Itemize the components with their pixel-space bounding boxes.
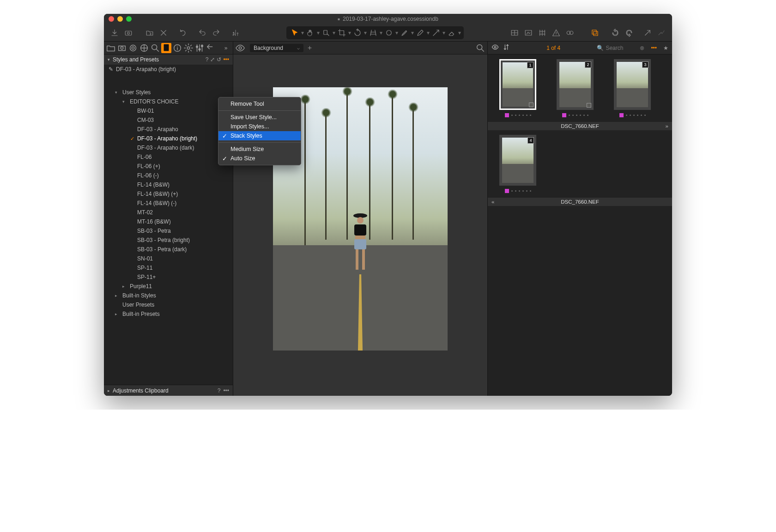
browser-visibility-icon[interactable] bbox=[491, 43, 499, 52]
visibility-icon[interactable] bbox=[235, 43, 245, 53]
search-input[interactable] bbox=[606, 45, 638, 51]
styles-presets-header[interactable]: ▾ Styles and Presets ? ⤢ ↺ ••• bbox=[104, 54, 233, 65]
variants-icon[interactable] bbox=[589, 27, 601, 39]
style-item[interactable]: BW-01 bbox=[104, 106, 233, 115]
rotate-icon[interactable] bbox=[352, 28, 363, 38]
style-item[interactable]: CM-03 bbox=[104, 115, 233, 125]
style-item[interactable]: ✓DF-03 - Arapaho (bright) bbox=[104, 134, 233, 143]
tab-styles-icon[interactable] bbox=[161, 43, 171, 53]
capture-icon[interactable] bbox=[122, 27, 134, 39]
purple11-group[interactable]: ▸ Purple11 bbox=[104, 282, 233, 291]
style-item[interactable]: DF-03 - Arapaho bbox=[104, 125, 233, 134]
spot-icon[interactable] bbox=[383, 28, 394, 38]
thumbnail-item[interactable]: 4 bbox=[492, 135, 543, 193]
style-item[interactable]: SB-03 - Petra bbox=[104, 226, 233, 236]
rotate-cw-icon[interactable] bbox=[623, 27, 635, 39]
exposure-warning-icon[interactable] bbox=[522, 27, 534, 39]
style-item[interactable]: SB-03 - Petra (bright) bbox=[104, 236, 233, 245]
tab-info-icon[interactable] bbox=[172, 43, 182, 53]
menu-import-styles[interactable]: Import Styles... bbox=[218, 122, 301, 131]
style-item[interactable]: FL-14 (B&W) (+) bbox=[104, 189, 233, 199]
tab-settings-icon[interactable] bbox=[183, 43, 194, 53]
style-item[interactable]: SP-11+ bbox=[104, 272, 233, 282]
export-arrow-icon[interactable] bbox=[642, 27, 654, 39]
builtin-styles-group[interactable]: ▸ Built-in Styles bbox=[104, 291, 233, 300]
menu-save-user-style[interactable]: Save User Style... bbox=[218, 113, 301, 122]
adjustments-clipboard-header[interactable]: ▸ Adjustments Clipboard ? ••• bbox=[104, 385, 233, 396]
mask-preview-icon[interactable] bbox=[564, 27, 576, 39]
style-item[interactable]: MT-02 bbox=[104, 208, 233, 217]
rotate-ccw-icon[interactable] bbox=[609, 27, 621, 39]
tab-output-icon[interactable] bbox=[206, 43, 216, 53]
expand-icon[interactable]: ⤢ bbox=[210, 56, 215, 63]
undo-icon[interactable] bbox=[196, 27, 208, 39]
sort-icon[interactable] bbox=[503, 43, 510, 52]
help-icon[interactable]: ? bbox=[218, 387, 221, 394]
thumbnail-item[interactable]: 2 bbox=[550, 59, 600, 117]
auto-adjust-icon[interactable]: A bbox=[230, 27, 242, 39]
style-item[interactable]: FL-06 bbox=[104, 152, 233, 162]
tab-library-icon[interactable] bbox=[106, 43, 116, 53]
crop-icon[interactable] bbox=[336, 28, 347, 38]
redo-icon[interactable] bbox=[210, 27, 222, 39]
window-controls bbox=[109, 16, 132, 22]
eyedropper-icon[interactable] bbox=[415, 28, 426, 38]
minimize-window-button[interactable] bbox=[117, 16, 123, 22]
menu-stack-styles[interactable]: ✓Stack Styles bbox=[218, 131, 301, 140]
tab-search-icon[interactable] bbox=[150, 43, 160, 53]
style-item[interactable]: FL-14 (B&W) (-) bbox=[104, 199, 233, 208]
clear-search-icon[interactable]: ⊗ bbox=[640, 45, 644, 51]
next-arrow-icon[interactable]: » bbox=[666, 123, 668, 129]
style-item[interactable]: DF-03 - Arapaho (dark) bbox=[104, 143, 233, 152]
grid-view-icon[interactable] bbox=[509, 27, 521, 39]
close-window-button[interactable] bbox=[109, 16, 114, 22]
builtin-presets-group[interactable]: ▸ Built-in Presets bbox=[104, 309, 233, 319]
keystone-icon[interactable] bbox=[368, 28, 379, 38]
style-item[interactable]: MT-16 (B&W) bbox=[104, 217, 233, 226]
menu-auto-size[interactable]: ✓Auto Size bbox=[218, 154, 301, 163]
gradient-icon[interactable] bbox=[430, 28, 442, 38]
grid-lines-icon[interactable] bbox=[536, 27, 548, 39]
background-select[interactable]: Background bbox=[250, 44, 303, 52]
more-options-icon[interactable]: ••• bbox=[223, 56, 229, 63]
delete-icon[interactable] bbox=[158, 27, 170, 39]
folder-arrow-icon[interactable] bbox=[144, 27, 156, 39]
loupe-icon[interactable] bbox=[321, 28, 332, 38]
prev-arrow-icon[interactable]: « bbox=[491, 199, 494, 205]
tab-color-icon[interactable] bbox=[139, 43, 149, 53]
style-item[interactable]: SB-03 - Petra (dark) bbox=[104, 245, 233, 254]
thumbnail-item[interactable]: 3 bbox=[607, 59, 658, 117]
add-icon[interactable]: ＋ bbox=[304, 43, 315, 53]
undo-large-icon[interactable] bbox=[177, 27, 189, 39]
tab-lens-icon[interactable] bbox=[128, 43, 138, 53]
import-icon[interactable] bbox=[109, 27, 121, 39]
hand-icon[interactable] bbox=[305, 28, 316, 38]
style-item[interactable]: FL-06 (+) bbox=[104, 162, 233, 171]
editors-choice-group[interactable]: ▾ EDITOR'S CHOICE bbox=[104, 97, 233, 106]
tab-adjustments-icon[interactable] bbox=[194, 43, 205, 53]
maximize-window-button[interactable] bbox=[126, 16, 132, 22]
tab-capture-icon[interactable] bbox=[117, 43, 127, 53]
style-item[interactable]: FL-06 (-) bbox=[104, 171, 233, 180]
user-styles-group[interactable]: ▾ User Styles bbox=[104, 88, 233, 97]
style-item[interactable]: FL-14 (B&W) bbox=[104, 180, 233, 189]
style-item[interactable]: SP-11 bbox=[104, 263, 233, 272]
thumbnail-item[interactable]: 1 bbox=[492, 59, 543, 117]
cursor-arrow-icon[interactable] bbox=[289, 28, 300, 38]
process-icon[interactable] bbox=[655, 27, 667, 39]
warning-triangle-icon[interactable] bbox=[550, 27, 562, 39]
menu-remove-tool[interactable]: Remove Tool bbox=[218, 99, 301, 109]
help-icon[interactable]: ? bbox=[206, 56, 209, 63]
eraser-icon[interactable] bbox=[446, 28, 457, 38]
browser-more-icon[interactable]: ••• bbox=[651, 45, 657, 51]
user-presets-row[interactable]: User Presets bbox=[104, 300, 233, 309]
reset-icon[interactable]: ↺ bbox=[217, 56, 221, 63]
menu-medium-size[interactable]: Medium Size bbox=[218, 145, 301, 154]
viewer-search-icon[interactable] bbox=[475, 43, 485, 53]
brush-icon[interactable] bbox=[399, 28, 410, 38]
filter-icon[interactable]: ★ bbox=[663, 45, 668, 51]
style-item[interactable]: SN-01 bbox=[104, 254, 233, 263]
applied-style-row[interactable]: ✎ DF-03 - Arapaho (bright) bbox=[104, 65, 233, 74]
tabs-more-icon[interactable]: » bbox=[221, 43, 231, 53]
more-options-icon[interactable]: ••• bbox=[223, 387, 229, 394]
